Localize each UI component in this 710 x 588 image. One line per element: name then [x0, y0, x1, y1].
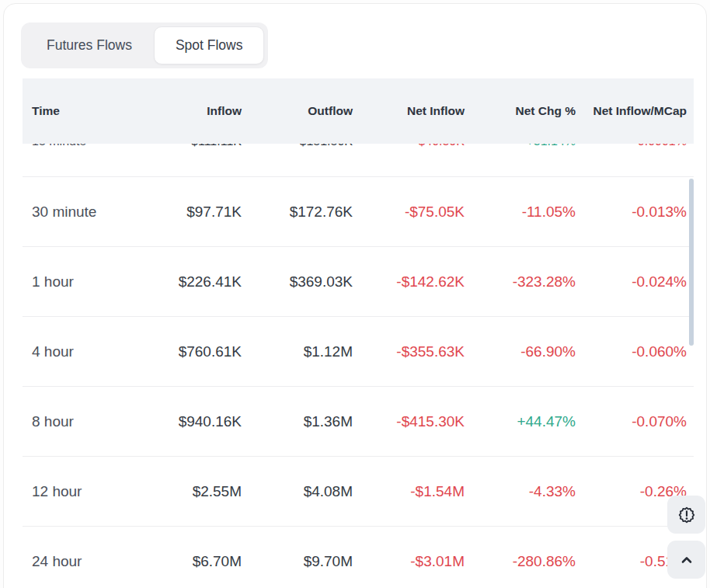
chevron-up-icon [677, 551, 696, 569]
inflow-cell: $6.70M [148, 553, 242, 570]
time-cell: 1 hour [32, 273, 148, 291]
net-inflow-mcap-cell: -0.0001% [576, 144, 687, 148]
column-header-net-chg[interactable]: Net Chg % [465, 104, 576, 118]
net-chg-cell: -4.33% [465, 483, 576, 500]
time-cell: 8 hour [32, 413, 148, 430]
outflow-cell: $172.76K [242, 204, 353, 221]
table-row-24-hour: 24 hour $6.70M $9.70M -$3.01M -280.86% -… [23, 527, 694, 588]
column-header-time[interactable]: Time [32, 104, 148, 118]
tab-futures-flows[interactable]: Futures Flows [25, 26, 154, 64]
net-chg-cell: -323.28% [465, 273, 576, 291]
table-row-15-minute-clipped: 15 minute $111.11K $151.50K -$40.39K +31… [23, 144, 694, 177]
net-chg-cell: -280.86% [465, 553, 576, 570]
outflow-cell: $9.70M [242, 553, 353, 570]
net-chg-cell: +31.14% [465, 144, 576, 148]
table-header-row: Time Inflow Outflow Net Inflow Net Chg %… [23, 78, 694, 144]
outflow-cell: $1.12M [242, 343, 353, 360]
time-cell: 15 minute [32, 144, 148, 148]
net-inflow-cell: -$40.39K [353, 144, 465, 148]
net-inflow-cell: -$75.05K [353, 204, 465, 221]
scrollbar-thumb[interactable] [689, 179, 694, 346]
time-cell: 12 hour [32, 483, 148, 500]
outflow-cell: $4.08M [242, 483, 353, 500]
inflow-cell: $940.16K [148, 413, 242, 430]
flows-card: Futures Flows Spot Flows Time Inflow Out… [3, 3, 707, 588]
inflow-cell: $226.41K [148, 273, 242, 291]
net-chg-cell: +44.47% [465, 413, 576, 430]
net-inflow-mcap-cell: -0.070% [576, 413, 687, 430]
time-cell: 24 hour [32, 553, 148, 570]
net-inflow-cell: -$142.62K [353, 273, 465, 291]
column-header-net-inflow-mcap[interactable]: Net Inflow/MCap [576, 104, 687, 118]
column-header-net-inflow[interactable]: Net Inflow [353, 104, 465, 118]
inflow-cell: $2.55M [148, 483, 242, 500]
time-cell: 4 hour [32, 343, 148, 360]
scroll-to-top-button[interactable] [667, 541, 705, 579]
net-inflow-mcap-cell: -0.013% [576, 204, 687, 221]
outflow-cell: $369.03K [242, 273, 353, 291]
column-header-outflow[interactable]: Outflow [242, 104, 353, 118]
inflow-cell: $97.71K [148, 204, 242, 221]
table-row-8-hour: 8 hour $940.16K $1.36M -$415.30K +44.47%… [23, 387, 694, 457]
net-inflow-cell: -$1.54M [353, 483, 465, 500]
alert-badge-button[interactable] [667, 496, 705, 534]
time-cell: 30 minute [32, 204, 148, 221]
table-row-4-hour: 4 hour $760.61K $1.12M -$355.63K -66.90%… [23, 317, 694, 387]
net-inflow-cell: -$415.30K [353, 413, 465, 430]
net-inflow-mcap-cell: -0.060% [576, 343, 687, 360]
column-header-inflow[interactable]: Inflow [148, 104, 242, 118]
net-inflow-cell: -$3.01M [353, 553, 465, 570]
table-row-1-hour: 1 hour $226.41K $369.03K -$142.62K -323.… [23, 247, 694, 317]
inflow-cell: $111.11K [148, 144, 242, 148]
table-row-30-minute: 30 minute $97.71K $172.76K -$75.05K -11.… [23, 177, 694, 247]
tab-spot-flows[interactable]: Spot Flows [154, 26, 265, 64]
seal-exclamation-icon [677, 505, 697, 525]
net-chg-cell: -11.05% [465, 204, 576, 221]
flows-table: Time Inflow Outflow Net Inflow Net Chg %… [23, 78, 694, 588]
net-chg-cell: -66.90% [465, 343, 576, 360]
outflow-cell: $151.50K [242, 144, 353, 148]
net-inflow-mcap-cell: -0.024% [576, 273, 687, 291]
outflow-cell: $1.36M [242, 413, 353, 430]
net-inflow-cell: -$355.63K [353, 343, 465, 360]
flows-tab-group: Futures Flows Spot Flows [21, 23, 268, 68]
table-row-12-hour: 12 hour $2.55M $4.08M -$1.54M -4.33% -0.… [23, 457, 694, 527]
inflow-cell: $760.61K [148, 343, 242, 360]
